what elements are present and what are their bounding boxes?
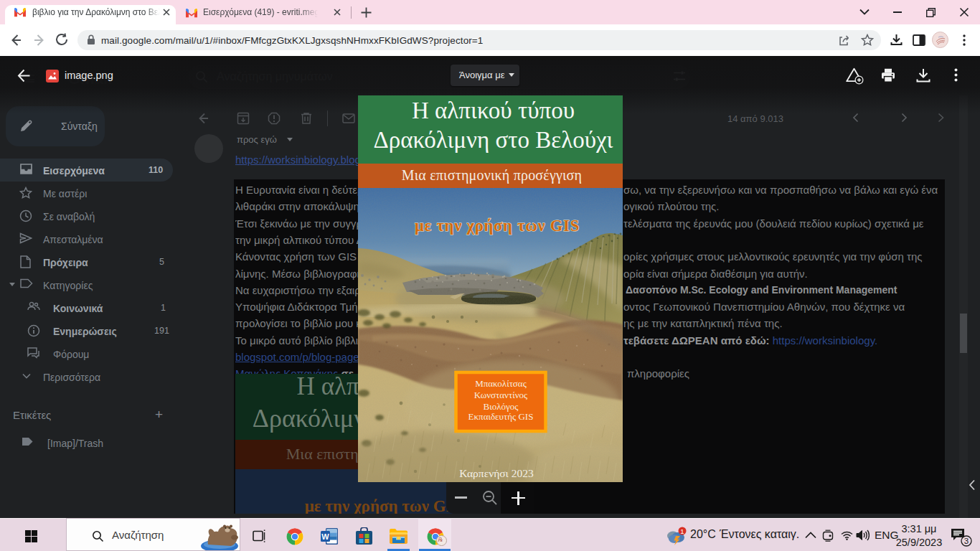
svg-text:Βιολόγος: Βιολόγος (484, 401, 519, 412)
svg-text:3: 3 (964, 537, 969, 545)
svg-text:W: W (321, 532, 329, 541)
svg-text:με την χρήση των GIS: με την χρήση των GIS (415, 217, 580, 235)
svg-text:Μπακολίτσας: Μπακολίτσας (475, 378, 527, 389)
svg-text:1: 1 (680, 527, 684, 535)
svg-text:Κωνσταντίνος: Κωνσταντίνος (474, 390, 528, 400)
svg-text:Εκπαιδευτής GIS: Εκπαιδευτής GIS (468, 411, 534, 422)
svg-text:Καρπενήσι 2023: Καρπενήσι 2023 (459, 467, 534, 479)
